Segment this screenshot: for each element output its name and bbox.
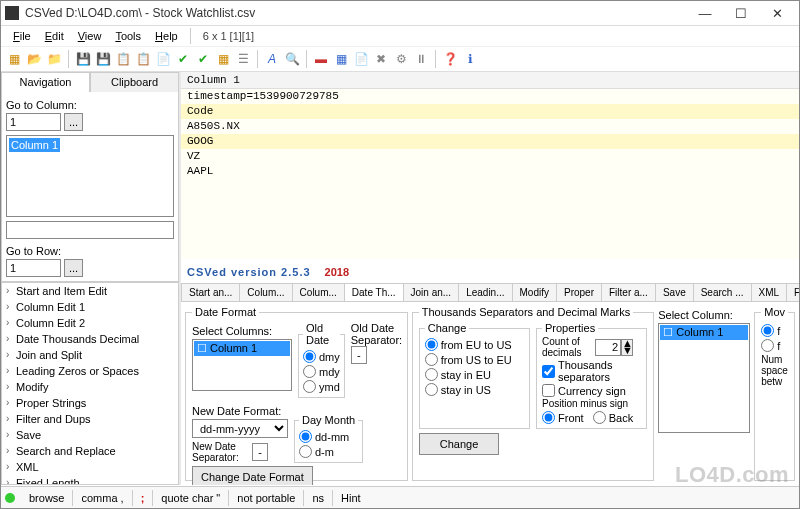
- select-column-listbox[interactable]: ☐ Column 1: [658, 323, 750, 433]
- count-decimals-label: Count of decimals: [542, 336, 592, 358]
- tab-navigation[interactable]: Navigation: [1, 72, 90, 92]
- tree-item[interactable]: Join and Split: [2, 347, 178, 363]
- gear-icon[interactable]: ⚙: [392, 50, 410, 68]
- bottom-tab[interactable]: Date Th...: [344, 283, 404, 301]
- list-icon[interactable]: ☰: [234, 50, 252, 68]
- checkbox-thousands[interactable]: [542, 365, 555, 378]
- radio-stay-eu[interactable]: [425, 368, 438, 381]
- column-listbox[interactable]: Column 1: [6, 135, 174, 217]
- radio-ddmm[interactable]: [299, 430, 312, 443]
- spinner-icon[interactable]: ▲▼: [621, 339, 633, 356]
- radio-dmy[interactable]: [303, 350, 316, 363]
- bottom-tab[interactable]: Colum...: [239, 283, 292, 301]
- del-icon[interactable]: ▬: [312, 50, 330, 68]
- tab-clipboard[interactable]: Clipboard: [90, 72, 179, 92]
- radio-us-eu[interactable]: [425, 353, 438, 366]
- feature-tree[interactable]: Start and Item EditColumn Edit 1Column E…: [1, 282, 179, 485]
- table-row[interactable]: A850S.NX: [181, 119, 799, 134]
- tree-item[interactable]: Fixed Length: [2, 475, 178, 485]
- font-icon[interactable]: A: [263, 50, 281, 68]
- change-button[interactable]: Change: [419, 433, 500, 455]
- new-icon[interactable]: ▦: [5, 50, 23, 68]
- bottom-tab[interactable]: Modify: [512, 283, 557, 301]
- grid-header[interactable]: Column 1: [181, 72, 799, 89]
- list-item[interactable]: ☐ Column 1: [194, 341, 290, 356]
- radio-back[interactable]: [593, 411, 606, 424]
- tree-item[interactable]: Date Thousands Decimal: [2, 331, 178, 347]
- tree-item[interactable]: Start and Item Edit: [2, 283, 178, 299]
- save-icon[interactable]: 💾: [74, 50, 92, 68]
- tools-icon[interactable]: ✖: [372, 50, 390, 68]
- radio-eu-us[interactable]: [425, 338, 438, 351]
- table-row[interactable]: timestamp=1539900729785: [181, 89, 799, 104]
- new-date-sep-input[interactable]: [252, 443, 268, 461]
- doc-icon[interactable]: 📄: [154, 50, 172, 68]
- help-icon[interactable]: ❓: [441, 50, 459, 68]
- table-row[interactable]: Code: [181, 104, 799, 119]
- radio-stay-us[interactable]: [425, 383, 438, 396]
- add-icon[interactable]: ▦: [332, 50, 350, 68]
- bottom-tab[interactable]: Fixed L...: [786, 283, 799, 301]
- menu-view[interactable]: View: [72, 28, 108, 44]
- count-decimals-input[interactable]: [595, 339, 621, 356]
- tree-item[interactable]: Save: [2, 427, 178, 443]
- table-row[interactable]: AAPL: [181, 164, 799, 179]
- radio-dm[interactable]: [299, 445, 312, 458]
- bottom-tab[interactable]: Filter a...: [601, 283, 656, 301]
- data-grid[interactable]: timestamp=1539900729785CodeA850S.NXGOOGV…: [181, 89, 799, 259]
- close-button[interactable]: ✕: [759, 1, 795, 25]
- bottom-tab[interactable]: XML: [751, 283, 788, 301]
- table-row[interactable]: VZ: [181, 149, 799, 164]
- maximize-button[interactable]: ☐: [723, 1, 759, 25]
- bottom-tab[interactable]: Proper: [556, 283, 602, 301]
- copy-icon[interactable]: 📋: [114, 50, 132, 68]
- pause-icon[interactable]: ⏸: [412, 50, 430, 68]
- select-columns-listbox[interactable]: ☐ Column 1: [192, 339, 292, 391]
- new-date-format-select[interactable]: dd-mm-yyyy: [192, 419, 288, 438]
- menu-edit[interactable]: Edit: [39, 28, 70, 44]
- column-list-item[interactable]: Column 1: [9, 138, 60, 152]
- tree-item[interactable]: XML: [2, 459, 178, 475]
- change-date-format-button[interactable]: Change Date Format: [192, 466, 313, 485]
- tree-item[interactable]: Search and Replace: [2, 443, 178, 459]
- grid-icon[interactable]: ▦: [214, 50, 232, 68]
- tree-item[interactable]: Column Edit 2: [2, 315, 178, 331]
- goto-row-button[interactable]: ...: [64, 259, 83, 277]
- list-item[interactable]: ☐ Column 1: [660, 325, 748, 340]
- paste-icon[interactable]: 📋: [134, 50, 152, 68]
- radio-mov1[interactable]: [761, 324, 774, 337]
- bottom-tab[interactable]: Leadin...: [458, 283, 512, 301]
- doc2-icon[interactable]: 📄: [352, 50, 370, 68]
- check2-icon[interactable]: ✔: [194, 50, 212, 68]
- bottom-tab[interactable]: Start an...: [181, 283, 240, 301]
- tree-item[interactable]: Filter and Dups: [2, 411, 178, 427]
- checkbox-currency[interactable]: [542, 384, 555, 397]
- old-date-sep-input[interactable]: [351, 346, 367, 364]
- tree-item[interactable]: Modify: [2, 379, 178, 395]
- bottom-tab[interactable]: Save: [655, 283, 694, 301]
- menu-file[interactable]: File: [7, 28, 37, 44]
- menu-tools[interactable]: Tools: [109, 28, 147, 44]
- menu-help[interactable]: Help: [149, 28, 184, 44]
- goto-column-button[interactable]: ...: [64, 113, 83, 131]
- minimize-button[interactable]: —: [687, 1, 723, 25]
- bottom-tab[interactable]: Join an...: [403, 283, 460, 301]
- bottom-tab[interactable]: Search ...: [693, 283, 752, 301]
- goto-row-input[interactable]: [6, 259, 61, 277]
- check-icon[interactable]: ✔: [174, 50, 192, 68]
- tree-item[interactable]: Column Edit 1: [2, 299, 178, 315]
- radio-ymd[interactable]: [303, 380, 316, 393]
- table-row[interactable]: GOOG: [181, 134, 799, 149]
- radio-front[interactable]: [542, 411, 555, 424]
- saveas-icon[interactable]: 💾: [94, 50, 112, 68]
- radio-mdy[interactable]: [303, 365, 316, 378]
- info-icon[interactable]: ℹ: [461, 50, 479, 68]
- open2-icon[interactable]: 📁: [45, 50, 63, 68]
- tree-item[interactable]: Proper Strings: [2, 395, 178, 411]
- goto-column-input[interactable]: [6, 113, 61, 131]
- bottom-tab[interactable]: Colum...: [292, 283, 345, 301]
- find-icon[interactable]: 🔍: [283, 50, 301, 68]
- tree-item[interactable]: Leading Zeros or Spaces: [2, 363, 178, 379]
- open-icon[interactable]: 📂: [25, 50, 43, 68]
- radio-mov2[interactable]: [761, 339, 774, 352]
